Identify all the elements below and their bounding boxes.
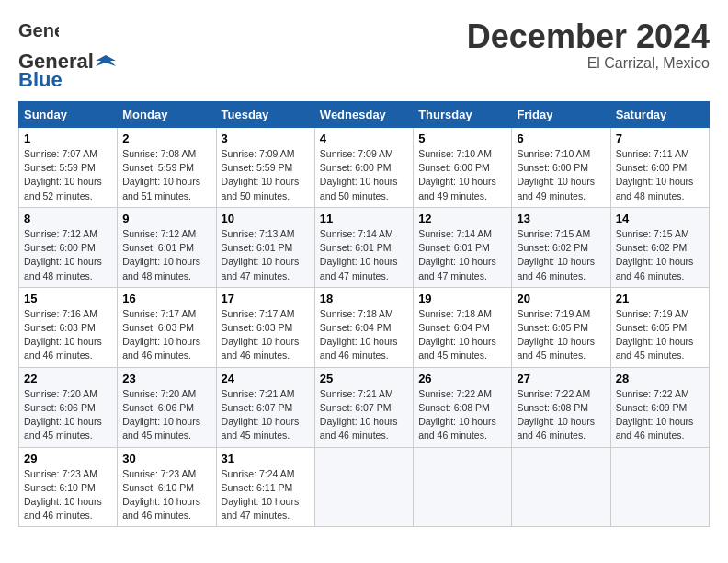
calendar-day-cell xyxy=(512,447,610,527)
day-number: 10 xyxy=(222,212,310,225)
calendar-day-cell: 2 Sunrise: 7:08 AMSunset: 5:59 PMDayligh… xyxy=(118,128,216,208)
calendar-day-cell: 16 Sunrise: 7:17 AMSunset: 6:03 PMDaylig… xyxy=(118,287,216,367)
logo-blue: Blue xyxy=(18,68,63,92)
day-number: 14 xyxy=(616,212,704,225)
calendar-day-cell xyxy=(414,447,512,527)
calendar-day-cell: 9 Sunrise: 7:12 AMSunset: 6:01 PMDayligh… xyxy=(118,207,216,287)
day-detail: Sunrise: 7:15 AMSunset: 6:02 PMDaylight:… xyxy=(616,228,694,282)
calendar-day-cell: 14 Sunrise: 7:15 AMSunset: 6:02 PMDaylig… xyxy=(610,207,709,287)
calendar-subtitle: El Carrizal, Mexico xyxy=(467,55,710,72)
calendar-title: December 2024 xyxy=(467,18,710,55)
header-saturday: Saturday xyxy=(610,102,709,128)
calendar-day-cell: 11 Sunrise: 7:14 AMSunset: 6:01 PMDaylig… xyxy=(314,207,413,287)
day-number: 17 xyxy=(222,292,310,305)
calendar-day-cell: 22 Sunrise: 7:20 AMSunset: 6:06 PMDaylig… xyxy=(19,367,118,447)
calendar-day-cell: 10 Sunrise: 7:13 AMSunset: 6:01 PMDaylig… xyxy=(216,207,314,287)
calendar-week-row: 1 Sunrise: 7:07 AMSunset: 5:59 PMDayligh… xyxy=(19,128,710,208)
day-detail: Sunrise: 7:20 AMSunset: 6:06 PMDaylight:… xyxy=(122,388,200,442)
day-detail: Sunrise: 7:12 AMSunset: 6:01 PMDaylight:… xyxy=(122,228,200,282)
calendar-table: Sunday Monday Tuesday Wednesday Thursday… xyxy=(18,101,710,527)
calendar-day-cell: 1 Sunrise: 7:07 AMSunset: 5:59 PMDayligh… xyxy=(19,128,118,208)
day-number: 13 xyxy=(517,212,605,225)
day-detail: Sunrise: 7:22 AMSunset: 6:09 PMDaylight:… xyxy=(616,388,694,442)
day-number: 3 xyxy=(222,132,310,145)
calendar-day-cell xyxy=(610,447,709,527)
calendar-day-cell: 19 Sunrise: 7:18 AMSunset: 6:04 PMDaylig… xyxy=(414,287,512,367)
day-detail: Sunrise: 7:09 AMSunset: 6:00 PMDaylight:… xyxy=(320,148,398,201)
day-number: 21 xyxy=(616,292,704,305)
day-detail: Sunrise: 7:23 AMSunset: 6:10 PMDaylight:… xyxy=(122,468,200,522)
day-detail: Sunrise: 7:17 AMSunset: 6:03 PMDaylight:… xyxy=(222,308,300,362)
calendar-day-cell: 26 Sunrise: 7:22 AMSunset: 6:08 PMDaylig… xyxy=(414,367,512,447)
calendar-day-cell: 23 Sunrise: 7:20 AMSunset: 6:06 PMDaylig… xyxy=(118,367,216,447)
calendar-day-cell: 31 Sunrise: 7:24 AMSunset: 6:11 PMDaylig… xyxy=(216,447,314,527)
day-number: 6 xyxy=(517,132,605,145)
day-number: 25 xyxy=(320,372,408,385)
day-number: 15 xyxy=(24,292,112,305)
day-detail: Sunrise: 7:18 AMSunset: 6:04 PMDaylight:… xyxy=(320,308,398,362)
header-thursday: Thursday xyxy=(414,102,512,128)
day-number: 18 xyxy=(320,292,408,305)
logo-bird-icon xyxy=(96,52,116,72)
logo-icon: General xyxy=(18,18,59,50)
calendar-day-cell: 15 Sunrise: 7:16 AMSunset: 6:03 PMDaylig… xyxy=(19,287,118,367)
calendar-day-cell: 7 Sunrise: 7:11 AMSunset: 6:00 PMDayligh… xyxy=(610,128,709,208)
day-detail: Sunrise: 7:22 AMSunset: 6:08 PMDaylight:… xyxy=(418,388,496,442)
calendar-day-cell: 20 Sunrise: 7:19 AMSunset: 6:05 PMDaylig… xyxy=(512,287,610,367)
calendar-day-cell: 24 Sunrise: 7:21 AMSunset: 6:07 PMDaylig… xyxy=(216,367,314,447)
calendar-day-cell: 8 Sunrise: 7:12 AMSunset: 6:00 PMDayligh… xyxy=(19,207,118,287)
page-header: General General Blue December 2024 El Ca… xyxy=(18,18,710,92)
day-detail: Sunrise: 7:21 AMSunset: 6:07 PMDaylight:… xyxy=(320,388,398,442)
day-detail: Sunrise: 7:12 AMSunset: 6:00 PMDaylight:… xyxy=(24,228,102,282)
day-number: 28 xyxy=(616,372,704,385)
calendar-day-cell xyxy=(314,447,413,527)
day-number: 20 xyxy=(517,292,605,305)
day-number: 29 xyxy=(24,452,112,465)
day-number: 30 xyxy=(122,452,210,465)
day-number: 31 xyxy=(222,452,310,465)
calendar-day-cell: 28 Sunrise: 7:22 AMSunset: 6:09 PMDaylig… xyxy=(610,367,709,447)
calendar-day-cell: 3 Sunrise: 7:09 AMSunset: 5:59 PMDayligh… xyxy=(216,128,314,208)
header-sunday: Sunday xyxy=(19,102,118,128)
calendar-day-cell: 25 Sunrise: 7:21 AMSunset: 6:07 PMDaylig… xyxy=(314,367,413,447)
header-friday: Friday xyxy=(512,102,610,128)
day-number: 23 xyxy=(122,372,210,385)
day-number: 11 xyxy=(320,212,408,225)
calendar-week-row: 22 Sunrise: 7:20 AMSunset: 6:06 PMDaylig… xyxy=(19,367,710,447)
day-number: 7 xyxy=(616,132,704,145)
calendar-header-row: Sunday Monday Tuesday Wednesday Thursday… xyxy=(19,102,710,128)
day-detail: Sunrise: 7:13 AMSunset: 6:01 PMDaylight:… xyxy=(222,228,300,282)
day-detail: Sunrise: 7:19 AMSunset: 6:05 PMDaylight:… xyxy=(616,308,694,362)
day-detail: Sunrise: 7:21 AMSunset: 6:07 PMDaylight:… xyxy=(222,388,300,442)
header-wednesday: Wednesday xyxy=(314,102,413,128)
day-detail: Sunrise: 7:14 AMSunset: 6:01 PMDaylight:… xyxy=(418,228,496,282)
day-detail: Sunrise: 7:22 AMSunset: 6:08 PMDaylight:… xyxy=(517,388,595,442)
day-number: 16 xyxy=(122,292,210,305)
day-detail: Sunrise: 7:16 AMSunset: 6:03 PMDaylight:… xyxy=(24,308,102,362)
day-number: 12 xyxy=(418,212,506,225)
day-detail: Sunrise: 7:20 AMSunset: 6:06 PMDaylight:… xyxy=(24,388,102,442)
day-detail: Sunrise: 7:07 AMSunset: 5:59 PMDaylight:… xyxy=(24,148,102,201)
calendar-title-area: December 2024 El Carrizal, Mexico xyxy=(467,18,710,72)
calendar-day-cell: 29 Sunrise: 7:23 AMSunset: 6:10 PMDaylig… xyxy=(19,447,118,527)
calendar-day-cell: 27 Sunrise: 7:22 AMSunset: 6:08 PMDaylig… xyxy=(512,367,610,447)
day-number: 5 xyxy=(418,132,506,145)
day-detail: Sunrise: 7:23 AMSunset: 6:10 PMDaylight:… xyxy=(24,468,102,522)
calendar-week-row: 29 Sunrise: 7:23 AMSunset: 6:10 PMDaylig… xyxy=(19,447,710,527)
day-detail: Sunrise: 7:24 AMSunset: 6:11 PMDaylight:… xyxy=(222,468,300,522)
day-number: 27 xyxy=(517,372,605,385)
day-detail: Sunrise: 7:10 AMSunset: 6:00 PMDaylight:… xyxy=(517,148,595,201)
day-detail: Sunrise: 7:09 AMSunset: 5:59 PMDaylight:… xyxy=(222,148,300,201)
day-number: 22 xyxy=(24,372,112,385)
calendar-week-row: 15 Sunrise: 7:16 AMSunset: 6:03 PMDaylig… xyxy=(19,287,710,367)
calendar-week-row: 8 Sunrise: 7:12 AMSunset: 6:00 PMDayligh… xyxy=(19,207,710,287)
day-detail: Sunrise: 7:18 AMSunset: 6:04 PMDaylight:… xyxy=(418,308,496,362)
day-number: 24 xyxy=(222,372,310,385)
day-detail: Sunrise: 7:10 AMSunset: 6:00 PMDaylight:… xyxy=(418,148,496,201)
header-tuesday: Tuesday xyxy=(216,102,314,128)
day-number: 9 xyxy=(122,212,210,225)
day-number: 8 xyxy=(24,212,112,225)
calendar-day-cell: 30 Sunrise: 7:23 AMSunset: 6:10 PMDaylig… xyxy=(118,447,216,527)
calendar-day-cell: 5 Sunrise: 7:10 AMSunset: 6:00 PMDayligh… xyxy=(414,128,512,208)
header-monday: Monday xyxy=(118,102,216,128)
